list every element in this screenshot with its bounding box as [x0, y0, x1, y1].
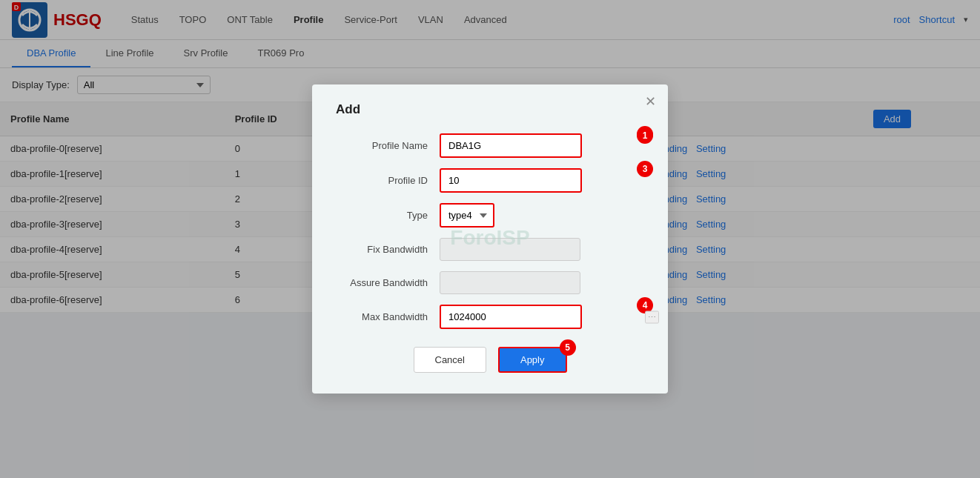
max-bandwidth-label: Max Bandwidth — [336, 311, 440, 313]
modal-overlay: Add ✕ 1 Profile Name 2 Profile ID 3 Type — [0, 0, 980, 313]
assure-bandwidth-label: Assure Bandwidth — [336, 277, 440, 288]
profile-id-row: Profile ID 3 — [336, 168, 644, 193]
modal-title: Add — [336, 102, 644, 117]
step-badge-1: 1 — [637, 127, 653, 144]
profile-name-row: Profile Name 2 — [336, 133, 644, 158]
modal-close-button[interactable]: ✕ — [645, 95, 656, 108]
type-row: Type type1 type2 type3 type4 type5 — [336, 203, 644, 228]
type-label: Type — [336, 210, 440, 221]
type-select[interactable]: type1 type2 type3 type4 type5 — [440, 203, 494, 228]
fix-bandwidth-row: Fix Bandwidth — [336, 238, 644, 261]
profile-name-input[interactable] — [440, 133, 582, 158]
profile-id-label: Profile ID — [336, 175, 440, 186]
assure-bandwidth-input[interactable] — [440, 271, 580, 294]
profile-name-label: Profile Name — [336, 140, 440, 151]
profile-id-input[interactable] — [440, 168, 582, 193]
max-bandwidth-row: Max Bandwidth 4 ⋯ — [336, 305, 644, 313]
add-modal: Add ✕ 1 Profile Name 2 Profile ID 3 Type — [312, 84, 668, 313]
assure-bandwidth-row: Assure Bandwidth — [336, 271, 644, 294]
max-bw-info-icon: ⋯ — [645, 311, 659, 313]
max-bandwidth-input[interactable] — [440, 305, 582, 313]
step-badge-3: 3 — [637, 161, 653, 177]
fix-bandwidth-label: Fix Bandwidth — [336, 244, 440, 255]
fix-bandwidth-input[interactable] — [440, 238, 580, 261]
